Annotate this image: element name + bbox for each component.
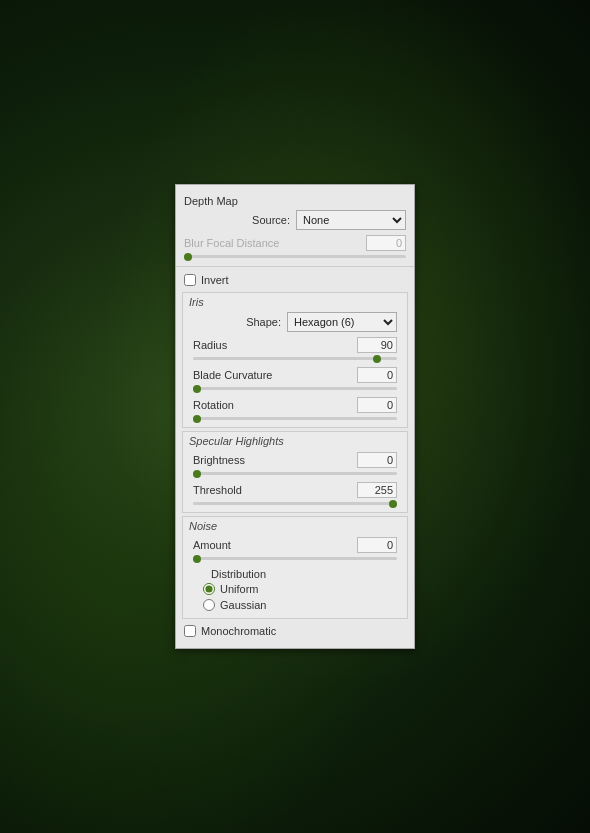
amount-row: Amount xyxy=(185,534,405,556)
source-row: Source: None Layer Mask Transparency xyxy=(176,208,414,232)
brightness-slider-row xyxy=(185,472,405,479)
gaussian-radio-row: Gaussian xyxy=(203,597,387,613)
blur-focal-slider-row xyxy=(176,255,414,262)
blur-focal-row: Blur Focal Distance xyxy=(176,232,414,254)
rotation-label: Rotation xyxy=(193,399,357,411)
blur-focal-input[interactable] xyxy=(366,235,406,251)
rotation-slider-row xyxy=(185,417,405,424)
specular-section: Specular Highlights Brightness Threshold xyxy=(182,431,408,513)
noise-label: Noise xyxy=(185,520,405,534)
blade-curvature-row: Blade Curvature xyxy=(185,364,405,386)
monochromatic-row: Monochromatic xyxy=(176,622,414,640)
amount-label: Amount xyxy=(193,539,357,551)
monochromatic-label: Monochromatic xyxy=(201,625,276,637)
iris-shape-row: Shape: Triangle (3) Square (4) Pentagon … xyxy=(185,310,405,334)
threshold-slider-row xyxy=(185,502,405,509)
blur-focal-thumb[interactable] xyxy=(184,253,192,261)
source-select[interactable]: None Layer Mask Transparency xyxy=(296,210,406,230)
blur-focal-label: Blur Focal Distance xyxy=(184,237,366,249)
iris-shape-select[interactable]: Triangle (3) Square (4) Pentagon (5) Hex… xyxy=(287,312,397,332)
distribution-label: Distribution xyxy=(203,566,387,581)
invert-label: Invert xyxy=(201,274,229,286)
invert-checkbox[interactable] xyxy=(184,274,196,286)
blade-curvature-slider-row xyxy=(185,387,405,394)
uniform-radio-row: Uniform xyxy=(203,581,387,597)
uniform-label: Uniform xyxy=(220,583,259,595)
brightness-row: Brightness xyxy=(185,449,405,471)
radius-row: Radius xyxy=(185,334,405,356)
noise-section: Noise Amount Distribution Uniform Gaussi… xyxy=(182,516,408,619)
amount-slider[interactable] xyxy=(193,557,397,560)
lens-blur-panel: Depth Map Source: None Layer Mask Transp… xyxy=(175,184,415,649)
specular-label: Specular Highlights xyxy=(185,435,405,449)
uniform-radio[interactable] xyxy=(203,583,215,595)
radius-input[interactable] xyxy=(357,337,397,353)
iris-shape-label: Shape: xyxy=(193,316,287,328)
amount-input[interactable] xyxy=(357,537,397,553)
iris-label: Iris xyxy=(185,296,405,310)
monochromatic-checkbox[interactable] xyxy=(184,625,196,637)
rotation-slider[interactable] xyxy=(193,417,397,420)
rotation-row: Rotation xyxy=(185,394,405,416)
blade-curvature-thumb[interactable] xyxy=(193,385,201,393)
amount-thumb[interactable] xyxy=(193,555,201,563)
radius-label: Radius xyxy=(193,339,357,351)
blur-focal-slider[interactable] xyxy=(184,255,406,258)
brightness-input[interactable] xyxy=(357,452,397,468)
distribution-group: Distribution Uniform Gaussian xyxy=(185,564,405,615)
brightness-slider[interactable] xyxy=(193,472,397,475)
radius-thumb[interactable] xyxy=(373,355,381,363)
depth-map-label: Depth Map xyxy=(176,193,414,208)
threshold-thumb[interactable] xyxy=(389,500,397,508)
brightness-label: Brightness xyxy=(193,454,357,466)
threshold-slider[interactable] xyxy=(193,502,397,505)
invert-row: Invert xyxy=(176,271,414,289)
rotation-input[interactable] xyxy=(357,397,397,413)
blade-curvature-label: Blade Curvature xyxy=(193,369,357,381)
threshold-row: Threshold xyxy=(185,479,405,501)
threshold-input[interactable] xyxy=(357,482,397,498)
brightness-thumb[interactable] xyxy=(193,470,201,478)
gaussian-label: Gaussian xyxy=(220,599,266,611)
rotation-thumb[interactable] xyxy=(193,415,201,423)
blade-curvature-input[interactable] xyxy=(357,367,397,383)
blade-curvature-slider[interactable] xyxy=(193,387,397,390)
radius-slider[interactable] xyxy=(193,357,397,360)
radius-slider-row xyxy=(185,357,405,364)
threshold-label: Threshold xyxy=(193,484,357,496)
iris-section: Iris Shape: Triangle (3) Square (4) Pent… xyxy=(182,292,408,428)
source-label: Source: xyxy=(184,214,296,226)
gaussian-radio[interactable] xyxy=(203,599,215,611)
divider-1 xyxy=(176,266,414,267)
depth-map-section: Depth Map Source: None Layer Mask Transp… xyxy=(176,193,414,262)
amount-slider-row xyxy=(185,557,405,564)
